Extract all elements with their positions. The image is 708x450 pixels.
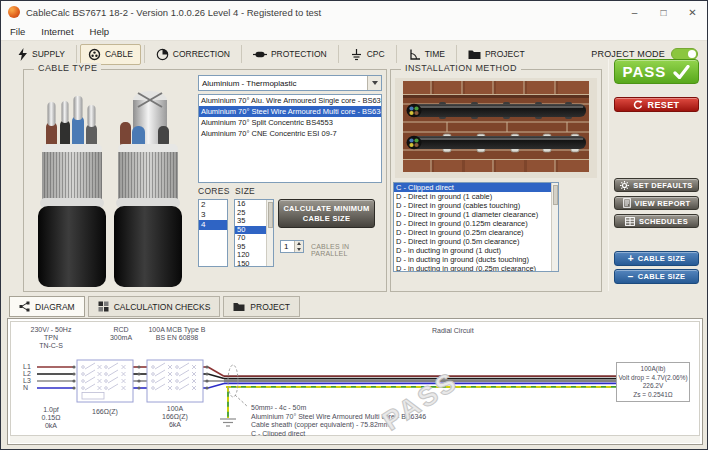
minus-icon: − (628, 272, 634, 282)
tab-project-bottom[interactable]: PROJECT (223, 296, 300, 317)
grid-icon (98, 301, 109, 312)
rcd-device-box (77, 360, 133, 402)
cores-option-selected[interactable]: 4 (199, 220, 227, 230)
size-option[interactable]: 95 (235, 243, 267, 252)
rcd-impedance-label: 166Ω(Z) (81, 408, 129, 416)
menu-help[interactable]: Help (90, 26, 110, 37)
tab-project[interactable]: PROJECT (460, 44, 533, 65)
mcb-device-box (147, 360, 203, 402)
tab-supply[interactable]: SUPPLY (9, 44, 73, 65)
scrollbar-thumb[interactable] (268, 202, 273, 228)
bottom-tab-bar: DIAGRAM CALCULATION CHECKS PROJECT (9, 296, 300, 317)
cores-list: 2 3 4 (198, 199, 228, 267)
install-option[interactable]: D - Direct in ground (0.5m clearance) (394, 237, 552, 246)
cable-type-option[interactable]: Aluminium 70° Alu. Wire Armoured Single … (199, 95, 381, 106)
folder-icon (468, 49, 481, 60)
tab-cable[interactable]: CABLE (80, 44, 141, 65)
supply-values-label: 1.0pf 0.15Ω 0kA (31, 406, 71, 430)
cable-size-decrease-button[interactable]: − CABLE SIZE (614, 269, 699, 284)
reset-button[interactable]: RESET (614, 97, 699, 112)
cable-family-select[interactable]: Aluminium - Thermoplastic (198, 75, 382, 91)
size-option[interactable]: 70 (235, 234, 267, 243)
size-option-selected[interactable]: 50 (235, 226, 267, 235)
maximize-button[interactable]: □ (649, 1, 678, 23)
install-option[interactable]: D - Direct in ground (0.125m clearance) (394, 219, 552, 228)
tab-time[interactable]: TIME (400, 44, 453, 65)
scrollbar-thumb[interactable] (553, 185, 558, 205)
calculate-minimum-cable-size-button[interactable]: CALCULATE MINIMUM CABLE SIZE (278, 199, 375, 228)
mcb-label: 100A MCB Type B BS EN 60898 (142, 326, 212, 342)
toolbar-separator (338, 45, 339, 63)
circuit-type-label: Radial Circuit (432, 327, 474, 335)
lightning-icon (17, 48, 28, 61)
toggle-knob (688, 50, 696, 58)
diagram-h-scrollbar[interactable] (10, 436, 700, 443)
combo-dropdown-button[interactable] (367, 76, 381, 90)
size-label: SIZE (235, 186, 255, 196)
cable-type-option[interactable]: Aluminium 70° CNE Concentric ESI 09-7 (199, 128, 381, 139)
set-defaults-button[interactable]: SET DEFAULTS (614, 178, 699, 192)
install-option[interactable]: D - Direct in ground (0.25m clearance) (394, 228, 552, 237)
cores-option[interactable]: 3 (199, 210, 227, 220)
install-option[interactable]: D - in ducting in ground (0.25m clearanc… (394, 264, 552, 272)
tab-correction[interactable]: CORRECTION (148, 44, 238, 65)
app-window: CableCalc BS7671 18-2 - Version 1.0.0.26… (0, 0, 708, 450)
pass-status-badge: PASS (614, 59, 699, 84)
installation-method-list: C - Clipped direct D - Direct in ground … (393, 182, 559, 272)
installation-group-label: INSTALLATION METHOD (401, 63, 521, 73)
check-icon (673, 65, 690, 79)
cable-type-group-label: CABLE TYPE (34, 63, 101, 73)
size-option[interactable]: 150 (235, 260, 267, 268)
circuit-diagram: 230V/ - 50Hz TPN TN-C-S RCD 300mA 100A M… (10, 321, 700, 436)
cable-family-value: Aluminium - Thermoplastic (199, 79, 367, 88)
table-icon (625, 217, 635, 226)
install-option[interactable]: D - Direct in ground (1 diameter clearan… (394, 210, 552, 219)
close-button[interactable]: ✕ (678, 1, 707, 23)
install-list-scrollbar[interactable] (551, 183, 558, 271)
neutral-label: N (23, 384, 28, 392)
fuse-icon (253, 48, 267, 61)
tab-cpc[interactable]: CPC (342, 44, 393, 65)
parallel-value: 1 (281, 241, 294, 252)
cable-type-option[interactable]: Aluminium 70° Split Concentric BS4553 (199, 117, 381, 128)
view-report-button[interactable]: VIEW REPORT (614, 196, 699, 210)
load-info-box: 100A(Ib) Volt drop = 4.7V(2.06%) 226.2V … (616, 362, 690, 402)
size-option[interactable]: 25 (235, 209, 267, 218)
mcb-values-label: 100A 166Ω(Z) 6kA (149, 405, 201, 429)
menu-internet[interactable]: Internet (41, 26, 73, 37)
install-option[interactable]: D - in ducting in ground (1 duct) (394, 246, 552, 255)
tab-diagram[interactable]: DIAGRAM (9, 296, 85, 317)
menu-file[interactable]: File (10, 26, 25, 37)
cable-type-group: CABLE TYPE (23, 69, 387, 292)
earth-icon (350, 48, 363, 61)
install-option[interactable]: D - Direct in ground (1 cable) (394, 192, 552, 201)
diagram-icon (19, 301, 30, 312)
tab-protection[interactable]: PROTECTION (245, 44, 335, 65)
size-option[interactable]: 16 (235, 200, 267, 209)
install-option[interactable]: D - Direct in ground (cables touching) (394, 201, 552, 210)
size-option[interactable]: 120 (235, 251, 267, 260)
size-option[interactable]: 35 (235, 217, 267, 226)
minimize-button[interactable]: – (620, 1, 649, 23)
chevron-down-icon (372, 81, 378, 85)
pie-chart-icon (156, 48, 169, 61)
window-controls: – □ ✕ (620, 1, 707, 23)
cable-type-option-selected[interactable]: Aluminium 70° Steel Wire Armoured Multi … (199, 106, 381, 117)
toolbar-separator (76, 45, 77, 63)
chevron-up-icon (297, 242, 301, 245)
chevron-down-icon (297, 248, 301, 251)
install-option[interactable]: D - in ducting in ground (ducts touching… (394, 255, 552, 264)
stepper-down-button[interactable] (295, 247, 303, 253)
size-list-scrollbar[interactable] (266, 200, 273, 266)
size-list: 16 25 35 50 70 95 120 150 (234, 199, 274, 267)
toolbar-separator (456, 45, 457, 63)
diagram-panel: 230V/ - 50Hz TPN TN-C-S RCD 300mA 100A M… (7, 318, 703, 445)
cable-size-increase-button[interactable]: + CABLE SIZE (614, 251, 699, 266)
cables-in-parallel-stepper[interactable]: 1 (280, 240, 304, 253)
cable-type-list: Aluminium 70° Alu. Wire Armoured Single … (198, 94, 382, 183)
tab-calculation-checks[interactable]: CALCULATION CHECKS (88, 296, 221, 317)
install-option-selected[interactable]: C - Clipped direct (394, 183, 552, 192)
schedules-button[interactable]: SCHEDULES (614, 214, 699, 228)
panel-divider (608, 59, 609, 291)
cores-option[interactable]: 2 (199, 200, 227, 210)
